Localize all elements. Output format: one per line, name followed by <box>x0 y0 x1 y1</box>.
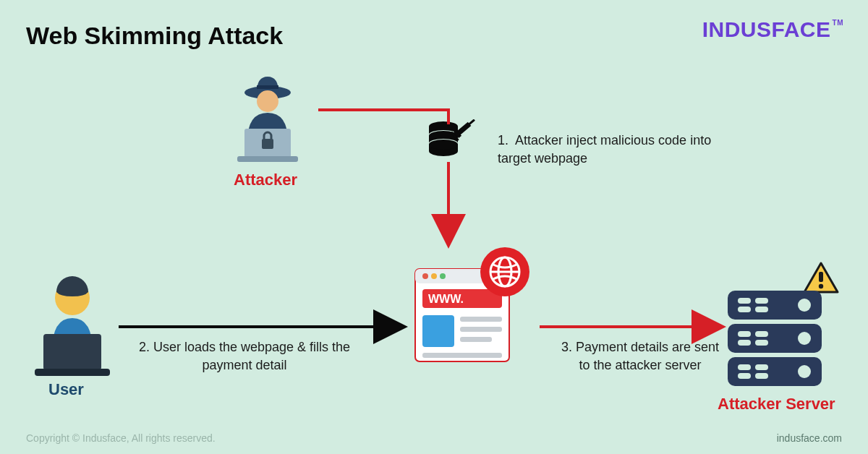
svg-rect-36 <box>819 272 823 282</box>
attacker-label: Attacker <box>234 171 297 189</box>
svg-rect-49 <box>738 340 751 346</box>
svg-point-22 <box>422 273 428 279</box>
svg-point-48 <box>798 332 811 345</box>
step-2: 2. User loads the webpage & fills the pa… <box>122 338 367 374</box>
svg-rect-47 <box>755 331 768 337</box>
svg-rect-42 <box>755 298 768 304</box>
user-label: User <box>48 380 84 399</box>
copyright-text: Copyright © Indusface, All rights reserv… <box>26 432 216 444</box>
webpage-icon: WWW. <box>405 246 535 376</box>
server-label: Attacker Server <box>718 395 835 414</box>
svg-rect-29 <box>460 327 502 332</box>
svg-rect-31 <box>422 353 502 358</box>
svg-rect-28 <box>460 317 502 322</box>
svg-rect-4 <box>237 156 298 162</box>
svg-point-2 <box>257 90 278 112</box>
svg-rect-55 <box>755 373 768 379</box>
svg-text:WWW.: WWW. <box>428 293 464 305</box>
svg-rect-41 <box>738 298 751 304</box>
svg-rect-5 <box>262 139 273 149</box>
brand-text: INDUSFACE <box>702 17 831 41</box>
page-title: Web Skimming Attack <box>26 22 283 50</box>
site-text: indusface.com <box>777 432 842 444</box>
svg-rect-44 <box>738 307 751 312</box>
svg-point-53 <box>798 365 811 378</box>
brand-logo: INDUSFACETM <box>702 17 842 42</box>
step-1-prefix: 1. <box>498 133 509 147</box>
svg-rect-18 <box>43 334 101 370</box>
svg-rect-30 <box>460 337 492 342</box>
svg-rect-50 <box>755 340 768 346</box>
svg-rect-54 <box>738 373 751 379</box>
svg-point-37 <box>819 284 823 288</box>
svg-point-24 <box>440 273 446 279</box>
svg-point-43 <box>798 299 811 312</box>
svg-rect-52 <box>755 364 768 370</box>
svg-point-23 <box>431 273 437 279</box>
svg-rect-45 <box>755 307 768 312</box>
step-1-text: Attacker inject malicious code into targ… <box>498 133 711 166</box>
attacker-icon <box>217 69 318 171</box>
brand-tm: TM <box>833 19 843 27</box>
svg-rect-15 <box>468 119 475 125</box>
svg-point-12 <box>429 140 458 150</box>
server-icon <box>723 260 846 390</box>
svg-rect-1 <box>257 85 278 89</box>
svg-rect-51 <box>738 364 751 370</box>
svg-rect-46 <box>738 331 751 337</box>
svg-rect-27 <box>422 315 454 347</box>
svg-rect-19 <box>35 369 110 376</box>
step-1: 1. Attacker inject malicious code into t… <box>498 132 715 168</box>
step-3: 3. Payment details are sent to the attac… <box>557 338 723 374</box>
injection-icon <box>425 119 476 163</box>
user-icon <box>22 272 123 380</box>
